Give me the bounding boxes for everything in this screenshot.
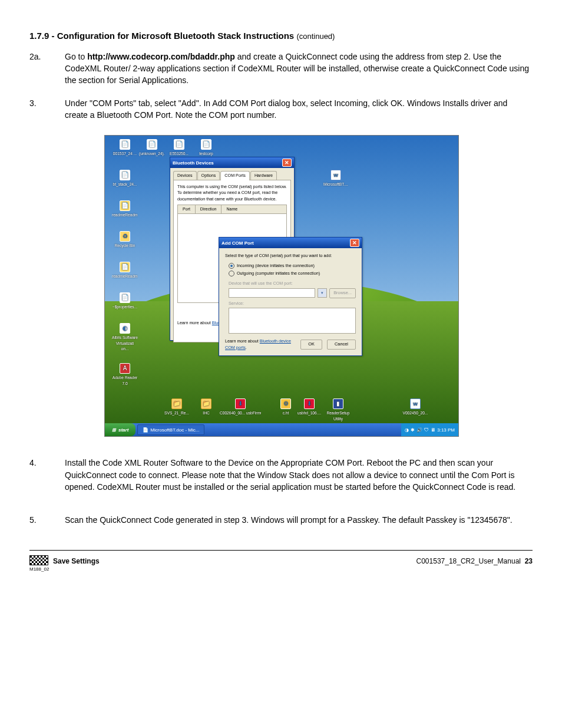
- desktop-icon[interactable]: MicrosoftBT....: [323, 170, 349, 187]
- section-heading: 1.7.9 - Configuration for Microsoft Blue…: [29, 29, 533, 42]
- tab-hardware[interactable]: Hardware: [250, 171, 277, 180]
- step-2a: 2a. Go to http://www.codecorp.com/bdaddr…: [29, 51, 533, 87]
- desktop-icon[interactable]: 📄(unknown_24)...: [139, 139, 165, 157]
- combo-input: [229, 288, 315, 298]
- step-3: 3. Under "COM Ports" tab, select "Add". …: [29, 97, 533, 121]
- tray-icon[interactable]: 🖥: [431, 427, 435, 434]
- desktop-icon[interactable]: V002450_20...: [402, 398, 428, 416]
- taskbar: ⊞start 📄 MicrosoftBT.doc - Mic... ◑ ✱ 🔊 …: [105, 423, 458, 436]
- step-body: Install the Code XML Router Software to …: [65, 457, 533, 493]
- window-title: Bluetooth Devices: [173, 160, 214, 167]
- radio-dot-icon: [229, 271, 234, 276]
- desktop-screenshot: 📄001537_24 ... 📄(unknown_24)... 📄E553250…: [104, 135, 459, 437]
- system-tray[interactable]: ◑ ✱ 🔊 🛡 🖥 3:13 PM: [401, 423, 458, 436]
- device-combo: ▾ Browse...: [229, 288, 356, 298]
- desktop-icon[interactable]: 📄bt_stack_24...: [112, 170, 138, 187]
- desktop-icon[interactable]: ⬇usbhd_106....: [296, 398, 322, 416]
- close-icon[interactable]: ✕: [350, 239, 359, 247]
- continued-label: (continued): [296, 32, 335, 41]
- desktop-icon[interactable]: ▮ReaderSetup Utility: [323, 398, 353, 421]
- start-button[interactable]: ⊞start: [105, 423, 135, 436]
- radio-outgoing[interactable]: Outgoing (computer initiates the connect…: [229, 271, 356, 276]
- device-label: Device that will use the COM port:: [229, 281, 356, 286]
- step-body: Under "COM Ports" tab, select "Add". In …: [65, 97, 533, 121]
- step-5: 5. Scan the QuickConnect Code generated …: [29, 514, 533, 526]
- col-port[interactable]: Port: [178, 205, 196, 213]
- grid-header: Port Direction Name: [177, 205, 287, 214]
- qr-code: M188_02: [29, 555, 47, 573]
- browse-button: Browse...: [329, 288, 356, 298]
- step-number: 2a.: [29, 51, 65, 87]
- tray-icon[interactable]: ◑: [405, 427, 409, 434]
- learn-more-link[interactable]: Learn more about Bluet: [177, 320, 222, 326]
- desktop-icon[interactable]: 📄testcorp: [193, 139, 219, 157]
- cancel-button[interactable]: Cancel: [327, 340, 356, 350]
- window-titlebar[interactable]: Bluetooth Devices ✕: [170, 157, 294, 168]
- desktop-icon[interactable]: 📄readmeReadm...: [112, 262, 138, 279]
- service-box: [229, 308, 356, 334]
- desktop-icon[interactable]: 📄E553250...: [166, 139, 192, 157]
- page-footer: M188_02 Save Settings C001537_18_CR2_Use…: [29, 555, 533, 573]
- step-4: 4. Install the Code XML Router Software …: [29, 457, 533, 493]
- url: http://www.codecorp.com/bdaddr.php: [87, 52, 235, 61]
- radio-dot-icon: [229, 263, 234, 269]
- footer-rule: [29, 550, 533, 551]
- tray-icon[interactable]: 🔊: [416, 427, 422, 434]
- step-body: Go to http://www.codecorp.com/bdaddr.php…: [65, 51, 533, 87]
- recycle-bin-icon[interactable]: ♻Recycle Bin: [112, 231, 138, 249]
- add-com-port-dialog: Add COM Port ✕ Select the type of COM (s…: [219, 237, 362, 356]
- adobe-reader-icon[interactable]: AAdobe Reader 7.0: [112, 363, 138, 386]
- learn-more-link[interactable]: Learn more about Bluetooth device COM po…: [225, 338, 296, 351]
- qr-code-icon: [29, 555, 48, 565]
- step-body: Scan the QuickConnect Code generated in …: [65, 514, 533, 526]
- tab-com-ports[interactable]: COM Ports: [220, 171, 250, 180]
- ok-button[interactable]: OK: [300, 340, 322, 350]
- window-titlebar[interactable]: Add COM Port ✕: [219, 238, 362, 248]
- step-number: 3.: [29, 97, 65, 121]
- desktop-icon[interactable]: 📄readmeReadm...: [112, 200, 138, 218]
- service-label: Service:: [229, 301, 356, 307]
- desktop-icon[interactable]: ◐Altiris Software Virtualizati on...: [112, 323, 138, 352]
- window-title: Add COM Port: [222, 240, 254, 247]
- panel-help-text: This computer is using the COM (serial) …: [177, 184, 287, 202]
- col-direction[interactable]: Direction: [196, 205, 222, 213]
- screenshot-figure: 📄001537_24 ... 📄(unknown_24)... 📄E553250…: [104, 135, 458, 437]
- doc-id: C001537_18_CR2_User_Manual 23: [416, 555, 533, 566]
- dialog-prompt: Select the type of COM (serial) port tha…: [225, 253, 356, 259]
- tray-icon[interactable]: 🛡: [424, 427, 429, 434]
- desktop-icon[interactable]: ⚙c.ht: [273, 398, 299, 416]
- chevron-down-icon: ▾: [318, 288, 327, 298]
- step-number: 5.: [29, 514, 65, 526]
- tabstrip: Devices Options COM Ports Hardware: [170, 168, 294, 180]
- tab-devices[interactable]: Devices: [173, 171, 197, 180]
- tab-options[interactable]: Options: [197, 171, 220, 180]
- qr-label: M188_02: [29, 566, 47, 573]
- desktop-icon[interactable]: 📄001537_24 ...: [112, 139, 138, 157]
- desktop-icon[interactable]: ⬇C002640_00... usbFirmware...: [220, 398, 261, 416]
- page-number: 23: [525, 557, 533, 565]
- desktop-icon[interactable]: 📄~$properties...: [112, 292, 138, 310]
- section-title-text: Configuration for Microsoft Bluetooth St…: [57, 31, 295, 41]
- clock: 3:13 PM: [437, 427, 455, 434]
- section-number: 1.7.9: [29, 31, 49, 41]
- tray-icon[interactable]: ✱: [411, 427, 415, 434]
- step-number: 4.: [29, 457, 65, 493]
- desktop-icon[interactable]: 📁IHC: [193, 398, 219, 416]
- taskbar-item[interactable]: 📄 MicrosoftBT.doc - Mic...: [137, 424, 204, 435]
- col-name[interactable]: Name: [222, 205, 286, 213]
- desktop-icon[interactable]: 📁SVS_21_Re...: [164, 398, 190, 416]
- save-settings-label: Save Settings: [53, 555, 100, 566]
- close-icon[interactable]: ✕: [282, 159, 292, 167]
- word-icon: 📄: [143, 427, 148, 434]
- radio-incoming[interactable]: Incoming (device initiates the connectio…: [229, 263, 356, 269]
- dialog-body: Select the type of COM (serial) port tha…: [219, 248, 362, 355]
